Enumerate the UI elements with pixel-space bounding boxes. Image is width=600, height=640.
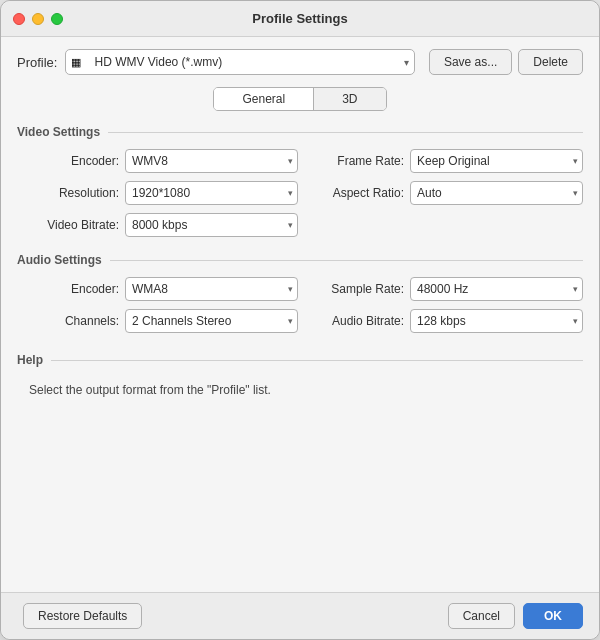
profile-row: Profile: ▦ HD WMV Video (*.wmv) SD WMV V… <box>17 49 583 75</box>
delete-button[interactable]: Delete <box>518 49 583 75</box>
encoder-select-wrapper: WMV8WMV9WMV3 ▾ <box>125 149 298 173</box>
cancel-button[interactable]: Cancel <box>448 603 515 629</box>
aspect-ratio-dropdown[interactable]: Auto16:94:3 <box>410 181 583 205</box>
video-bitrate-dropdown[interactable]: 8000 kbps4000 kbps2000 kbps <box>125 213 298 237</box>
audio-bitrate-label: Audio Bitrate: <box>314 314 404 328</box>
profile-settings-window: Profile Settings Profile: ▦ HD WMV Video… <box>0 0 600 640</box>
audio-encoder-dropdown[interactable]: WMA8WMA9MP3 <box>125 277 298 301</box>
tab-3d[interactable]: 3D <box>314 88 385 110</box>
frame-rate-select-wrapper: Keep Original30 fps25 fps ▾ <box>410 149 583 173</box>
video-bitrate-label: Video Bitrate: <box>29 218 119 232</box>
video-bitrate-select-wrapper: 8000 kbps4000 kbps2000 kbps ▾ <box>125 213 298 237</box>
ok-button[interactable]: OK <box>523 603 583 629</box>
help-section: Help Select the output format from the "… <box>17 353 583 399</box>
video-section-title: Video Settings <box>17 125 100 139</box>
tab-general[interactable]: General <box>214 88 314 110</box>
sample-rate-dropdown[interactable]: 48000 Hz44100 Hz22050 Hz <box>410 277 583 301</box>
channels-dropdown[interactable]: 2 Channels Stereo1 Channel Mono <box>125 309 298 333</box>
audio-section-title-row: Audio Settings <box>17 253 583 267</box>
help-text: Select the output format from the "Profi… <box>17 377 583 399</box>
resolution-dropdown[interactable]: 1920*10801280*720854*480 <box>125 181 298 205</box>
help-section-title-row: Help <box>17 353 583 367</box>
window-title: Profile Settings <box>252 11 347 26</box>
sample-rate-row: Sample Rate: 48000 Hz44100 Hz22050 Hz ▾ <box>314 277 583 301</box>
resolution-label: Resolution: <box>29 186 119 200</box>
profile-select-wrapper: ▦ HD WMV Video (*.wmv) SD WMV Video Cust… <box>65 49 414 75</box>
audio-fields-grid: Encoder: WMA8WMA9MP3 ▾ Sample Rate: 4800… <box>17 277 583 333</box>
aspect-ratio-row: Aspect Ratio: Auto16:94:3 ▾ <box>314 181 583 205</box>
audio-bitrate-select-wrapper: 128 kbps192 kbps256 kbps64 kbps ▾ <box>410 309 583 333</box>
video-encoder-dropdown[interactable]: WMV8WMV9WMV3 <box>125 149 298 173</box>
video-fields-grid: Encoder: WMV8WMV9WMV3 ▾ Frame Rate: Keep… <box>17 149 583 237</box>
save-as-button[interactable]: Save as... <box>429 49 512 75</box>
maximize-button[interactable] <box>51 13 63 25</box>
aspect-ratio-select-wrapper: Auto16:94:3 ▾ <box>410 181 583 205</box>
audio-encoder-row: Encoder: WMA8WMA9MP3 ▾ <box>29 277 298 301</box>
footer-right: Cancel OK <box>442 603 583 629</box>
empty-cell <box>314 213 583 237</box>
frame-rate-row: Frame Rate: Keep Original30 fps25 fps ▾ <box>314 149 583 173</box>
minimize-button[interactable] <box>32 13 44 25</box>
titlebar: Profile Settings <box>1 1 599 37</box>
video-section-line <box>108 132 583 133</box>
audio-section-line <box>110 260 583 261</box>
audio-encoder-label: Encoder: <box>29 282 119 296</box>
traffic-lights <box>13 13 63 25</box>
audio-section-title: Audio Settings <box>17 253 102 267</box>
video-bitrate-row: Video Bitrate: 8000 kbps4000 kbps2000 kb… <box>29 213 298 237</box>
resolution-row: Resolution: 1920*10801280*720854*480 ▾ <box>29 181 298 205</box>
tab-group: General 3D <box>213 87 386 111</box>
frame-rate-dropdown[interactable]: Keep Original30 fps25 fps <box>410 149 583 173</box>
encoder-row: Encoder: WMV8WMV9WMV3 ▾ <box>29 149 298 173</box>
close-button[interactable] <box>13 13 25 25</box>
video-settings-section: Video Settings Encoder: WMV8WMV9WMV3 ▾ <box>17 125 583 237</box>
footer: Restore Defaults Cancel OK <box>1 592 599 639</box>
audio-bitrate-dropdown[interactable]: 128 kbps192 kbps256 kbps64 kbps <box>410 309 583 333</box>
sample-rate-select-wrapper: 48000 Hz44100 Hz22050 Hz ▾ <box>410 277 583 301</box>
resolution-select-wrapper: 1920*10801280*720854*480 ▾ <box>125 181 298 205</box>
audio-bitrate-row: Audio Bitrate: 128 kbps192 kbps256 kbps6… <box>314 309 583 333</box>
aspect-ratio-label: Aspect Ratio: <box>314 186 404 200</box>
channels-label: Channels: <box>29 314 119 328</box>
encoder-label: Encoder: <box>29 154 119 168</box>
help-section-title: Help <box>17 353 43 367</box>
restore-defaults-button[interactable]: Restore Defaults <box>23 603 142 629</box>
channels-row: Channels: 2 Channels Stereo1 Channel Mon… <box>29 309 298 333</box>
frame-rate-label: Frame Rate: <box>314 154 404 168</box>
channels-select-wrapper: 2 Channels Stereo1 Channel Mono ▾ <box>125 309 298 333</box>
help-section-line <box>51 360 583 361</box>
audio-encoder-select-wrapper: WMA8WMA9MP3 ▾ <box>125 277 298 301</box>
profile-dropdown[interactable]: HD WMV Video (*.wmv) SD WMV Video Custom <box>65 49 414 75</box>
video-section-title-row: Video Settings <box>17 125 583 139</box>
tabs-row: General 3D <box>17 87 583 111</box>
audio-settings-section: Audio Settings Encoder: WMA8WMA9MP3 ▾ <box>17 253 583 333</box>
profile-label: Profile: <box>17 55 57 70</box>
content-area: Profile: ▦ HD WMV Video (*.wmv) SD WMV V… <box>1 37 599 592</box>
sample-rate-label: Sample Rate: <box>314 282 404 296</box>
